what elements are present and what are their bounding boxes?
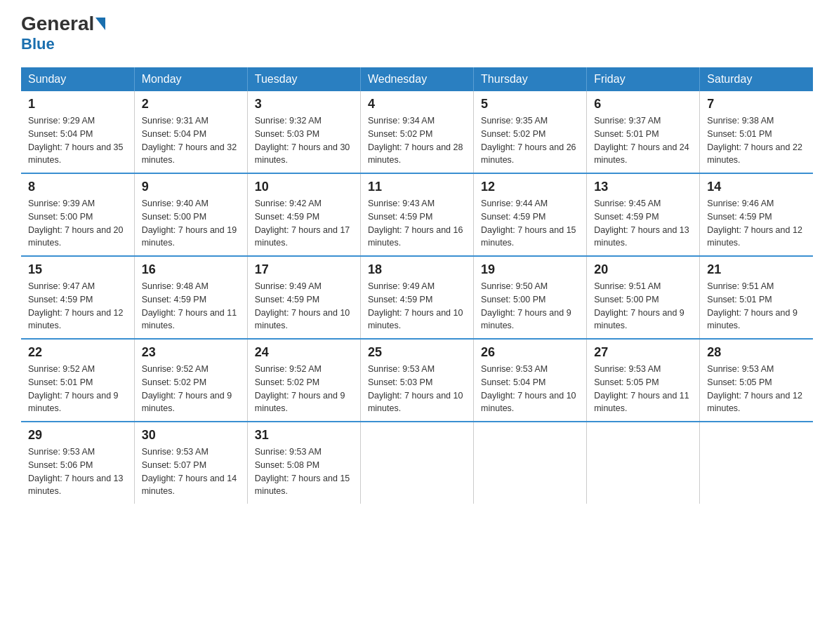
- day-number: 12: [481, 180, 579, 194]
- calendar-cell: [700, 422, 813, 504]
- calendar-cell: 22 Sunrise: 9:52 AM Sunset: 5:01 PM Dayl…: [21, 339, 134, 422]
- calendar-cell: 4 Sunrise: 9:34 AM Sunset: 5:02 PM Dayli…: [360, 91, 473, 173]
- day-info: Sunrise: 9:49 AM Sunset: 4:59 PM Dayligh…: [255, 280, 353, 333]
- header-day-tuesday: Tuesday: [247, 67, 360, 91]
- header-day-wednesday: Wednesday: [360, 67, 473, 91]
- day-number: 9: [142, 180, 240, 194]
- calendar-cell: 28 Sunrise: 9:53 AM Sunset: 5:05 PM Dayl…: [700, 339, 813, 422]
- day-info: Sunrise: 9:32 AM Sunset: 5:03 PM Dayligh…: [255, 114, 353, 167]
- day-number: 30: [142, 428, 240, 443]
- day-number: 7: [707, 97, 806, 112]
- calendar-cell: 7 Sunrise: 9:38 AM Sunset: 5:01 PM Dayli…: [700, 91, 813, 173]
- day-info: Sunrise: 9:48 AM Sunset: 4:59 PM Dayligh…: [142, 280, 240, 333]
- day-info: Sunrise: 9:39 AM Sunset: 5:00 PM Dayligh…: [28, 197, 127, 250]
- day-info: Sunrise: 9:43 AM Sunset: 4:59 PM Dayligh…: [368, 197, 466, 250]
- day-number: 6: [594, 97, 692, 112]
- calendar-cell: 21 Sunrise: 9:51 AM Sunset: 5:01 PM Dayl…: [700, 256, 813, 339]
- day-number: 1: [28, 97, 127, 112]
- day-number: 22: [28, 345, 127, 360]
- calendar-cell: 1 Sunrise: 9:29 AM Sunset: 5:04 PM Dayli…: [21, 91, 134, 173]
- calendar-cell: 19 Sunrise: 9:50 AM Sunset: 5:00 PM Dayl…: [474, 256, 587, 339]
- calendar-header-row: SundayMondayTuesdayWednesdayThursdayFrid…: [21, 67, 813, 91]
- day-info: Sunrise: 9:42 AM Sunset: 4:59 PM Dayligh…: [255, 197, 353, 250]
- calendar-cell: 6 Sunrise: 9:37 AM Sunset: 5:01 PM Dayli…: [587, 91, 700, 173]
- day-number: 31: [255, 428, 353, 443]
- header-day-monday: Monday: [134, 67, 247, 91]
- day-info: Sunrise: 9:52 AM Sunset: 5:01 PM Dayligh…: [28, 363, 127, 415]
- day-info: Sunrise: 9:52 AM Sunset: 5:02 PM Dayligh…: [255, 363, 353, 415]
- day-number: 19: [481, 262, 579, 277]
- day-info: Sunrise: 9:53 AM Sunset: 5:06 PM Dayligh…: [28, 445, 127, 498]
- day-number: 20: [594, 262, 692, 277]
- day-number: 29: [28, 428, 127, 443]
- header-day-thursday: Thursday: [474, 67, 587, 91]
- calendar-week-row: 22 Sunrise: 9:52 AM Sunset: 5:01 PM Dayl…: [21, 339, 813, 422]
- day-info: Sunrise: 9:35 AM Sunset: 5:02 PM Dayligh…: [481, 114, 579, 167]
- day-info: Sunrise: 9:53 AM Sunset: 5:03 PM Dayligh…: [368, 363, 466, 415]
- day-number: 8: [28, 180, 127, 194]
- day-info: Sunrise: 9:53 AM Sunset: 5:05 PM Dayligh…: [707, 363, 806, 415]
- calendar-cell: 11 Sunrise: 9:43 AM Sunset: 4:59 PM Dayl…: [360, 173, 473, 256]
- calendar-week-row: 29 Sunrise: 9:53 AM Sunset: 5:06 PM Dayl…: [21, 422, 813, 504]
- day-info: Sunrise: 9:49 AM Sunset: 4:59 PM Dayligh…: [368, 280, 466, 333]
- calendar-cell: 27 Sunrise: 9:53 AM Sunset: 5:05 PM Dayl…: [587, 339, 700, 422]
- header-day-friday: Friday: [587, 67, 700, 91]
- day-number: 26: [481, 345, 579, 360]
- calendar-cell: 10 Sunrise: 9:42 AM Sunset: 4:59 PM Dayl…: [247, 173, 360, 256]
- logo: General Blue: [21, 14, 105, 53]
- day-info: Sunrise: 9:40 AM Sunset: 5:00 PM Dayligh…: [142, 197, 240, 250]
- day-info: Sunrise: 9:50 AM Sunset: 5:00 PM Dayligh…: [481, 280, 579, 333]
- day-info: Sunrise: 9:37 AM Sunset: 5:01 PM Dayligh…: [594, 114, 692, 167]
- day-number: 21: [707, 262, 806, 277]
- day-info: Sunrise: 9:51 AM Sunset: 5:00 PM Dayligh…: [594, 280, 692, 333]
- calendar-cell: 16 Sunrise: 9:48 AM Sunset: 4:59 PM Dayl…: [134, 256, 247, 339]
- day-info: Sunrise: 9:53 AM Sunset: 5:07 PM Dayligh…: [142, 445, 240, 498]
- day-info: Sunrise: 9:46 AM Sunset: 4:59 PM Dayligh…: [707, 197, 806, 250]
- calendar-cell: 2 Sunrise: 9:31 AM Sunset: 5:04 PM Dayli…: [134, 91, 247, 173]
- calendar-cell: 26 Sunrise: 9:53 AM Sunset: 5:04 PM Dayl…: [474, 339, 587, 422]
- logo-general: General: [21, 14, 94, 34]
- day-info: Sunrise: 9:47 AM Sunset: 4:59 PM Dayligh…: [28, 280, 127, 333]
- calendar-cell: 23 Sunrise: 9:52 AM Sunset: 5:02 PM Dayl…: [134, 339, 247, 422]
- calendar-cell: 12 Sunrise: 9:44 AM Sunset: 4:59 PM Dayl…: [474, 173, 587, 256]
- calendar-cell: 8 Sunrise: 9:39 AM Sunset: 5:00 PM Dayli…: [21, 173, 134, 256]
- calendar-cell: 5 Sunrise: 9:35 AM Sunset: 5:02 PM Dayli…: [474, 91, 587, 173]
- calendar-cell: 9 Sunrise: 9:40 AM Sunset: 5:00 PM Dayli…: [134, 173, 247, 256]
- header-day-saturday: Saturday: [700, 67, 813, 91]
- calendar-cell: [587, 422, 700, 504]
- day-number: 15: [28, 262, 127, 277]
- calendar-cell: 20 Sunrise: 9:51 AM Sunset: 5:00 PM Dayl…: [587, 256, 700, 339]
- calendar-cell: 31 Sunrise: 9:53 AM Sunset: 5:08 PM Dayl…: [247, 422, 360, 504]
- day-info: Sunrise: 9:31 AM Sunset: 5:04 PM Dayligh…: [142, 114, 240, 167]
- calendar-cell: [360, 422, 473, 504]
- calendar-cell: 29 Sunrise: 9:53 AM Sunset: 5:06 PM Dayl…: [21, 422, 134, 504]
- day-number: 5: [481, 97, 579, 112]
- calendar-table: SundayMondayTuesdayWednesdayThursdayFrid…: [21, 67, 813, 504]
- calendar-week-row: 8 Sunrise: 9:39 AM Sunset: 5:00 PM Dayli…: [21, 173, 813, 256]
- day-info: Sunrise: 9:51 AM Sunset: 5:01 PM Dayligh…: [707, 280, 806, 333]
- calendar-cell: 25 Sunrise: 9:53 AM Sunset: 5:03 PM Dayl…: [360, 339, 473, 422]
- day-number: 17: [255, 262, 353, 277]
- day-number: 25: [368, 345, 466, 360]
- logo-blue: Blue: [21, 35, 55, 53]
- day-info: Sunrise: 9:53 AM Sunset: 5:08 PM Dayligh…: [255, 445, 353, 498]
- calendar-cell: 15 Sunrise: 9:47 AM Sunset: 4:59 PM Dayl…: [21, 256, 134, 339]
- calendar-cell: 18 Sunrise: 9:49 AM Sunset: 4:59 PM Dayl…: [360, 256, 473, 339]
- day-number: 10: [255, 180, 353, 194]
- logo-arrow-icon: [95, 18, 105, 30]
- day-number: 28: [707, 345, 806, 360]
- calendar-week-row: 1 Sunrise: 9:29 AM Sunset: 5:04 PM Dayli…: [21, 91, 813, 173]
- day-info: Sunrise: 9:44 AM Sunset: 4:59 PM Dayligh…: [481, 197, 579, 250]
- day-number: 23: [142, 345, 240, 360]
- day-number: 11: [368, 180, 466, 194]
- page-header: General Blue: [21, 14, 813, 53]
- day-info: Sunrise: 9:45 AM Sunset: 4:59 PM Dayligh…: [594, 197, 692, 250]
- day-number: 13: [594, 180, 692, 194]
- day-number: 3: [255, 97, 353, 112]
- day-number: 2: [142, 97, 240, 112]
- day-info: Sunrise: 9:53 AM Sunset: 5:05 PM Dayligh…: [594, 363, 692, 415]
- day-number: 27: [594, 345, 692, 360]
- day-number: 4: [368, 97, 466, 112]
- day-info: Sunrise: 9:34 AM Sunset: 5:02 PM Dayligh…: [368, 114, 466, 167]
- day-info: Sunrise: 9:29 AM Sunset: 5:04 PM Dayligh…: [28, 114, 127, 167]
